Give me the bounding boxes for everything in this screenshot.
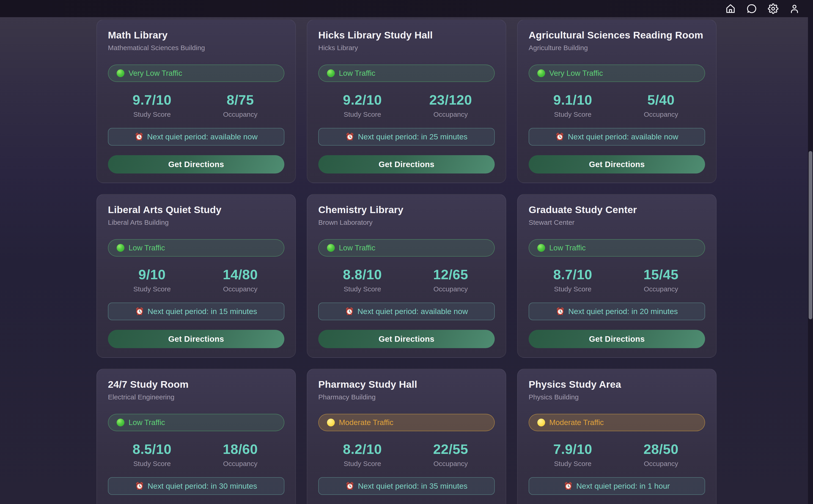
- stats-row: 8.7/10 Study Score 15/45 Occupancy: [529, 267, 705, 293]
- occupancy-value: 15/45: [617, 267, 705, 282]
- stats-row: 9/10 Study Score 14/80 Occupancy: [108, 267, 284, 293]
- occupancy-stat: 12/65 Occupancy: [406, 267, 495, 293]
- study-space-card: Agricultural Sciences Reading Room Agric…: [517, 19, 717, 183]
- alarm-clock-icon: [135, 132, 143, 141]
- stats-row: 9.2/10 Study Score 23/120 Occupancy: [318, 92, 495, 118]
- traffic-badge: Low Traffic: [108, 239, 284, 257]
- stats-row: 7.9/10 Study Score 28/50 Occupancy: [529, 441, 705, 468]
- occupancy-label: Occupancy: [406, 460, 495, 468]
- quiet-period-text: Next quiet period: in 15 minutes: [147, 307, 257, 316]
- space-name: Chemistry Library: [318, 204, 495, 215]
- stats-row: 9.1/10 Study Score 5/40 Occupancy: [529, 92, 705, 118]
- quiet-period-banner: Next quiet period: in 15 minutes: [108, 303, 284, 320]
- study-score-label: Study Score: [318, 460, 406, 468]
- traffic-badge: Very Low Traffic: [108, 65, 284, 82]
- quiet-period-banner: Next quiet period: available now: [529, 128, 705, 146]
- occupancy-stat: 23/120 Occupancy: [406, 92, 495, 118]
- study-space-card: Math Library Mathematical Sciences Build…: [96, 19, 296, 183]
- get-directions-button[interactable]: Get Directions: [108, 330, 284, 348]
- occupancy-value: 22/55: [406, 441, 495, 457]
- study-score-value: 8.2/10: [318, 441, 406, 457]
- study-score-label: Study Score: [529, 285, 617, 293]
- occupancy-stat: 22/55 Occupancy: [406, 441, 495, 468]
- traffic-label: Moderate Traffic: [339, 418, 393, 427]
- scrollbar-thumb[interactable]: [809, 151, 812, 319]
- quiet-period-banner: Next quiet period: available now: [318, 303, 495, 320]
- building-name: Brown Laboratory: [318, 219, 495, 226]
- quiet-period-banner: Next quiet period: in 1 hour: [529, 477, 705, 495]
- alarm-clock-icon: [555, 132, 564, 141]
- study-score-value: 8.5/10: [108, 441, 196, 457]
- traffic-dot-icon: [117, 244, 124, 252]
- occupancy-stat: 5/40 Occupancy: [617, 92, 705, 118]
- study-space-card: Physics Study Area Physics Building Mode…: [517, 369, 717, 504]
- study-space-card: Graduate Study Center Stewart Center Low…: [517, 194, 717, 358]
- get-directions-button[interactable]: Get Directions: [108, 155, 284, 173]
- study-score-label: Study Score: [108, 460, 196, 468]
- space-name: Graduate Study Center: [529, 204, 705, 215]
- quiet-period-text: Next quiet period: available now: [358, 307, 468, 316]
- occupancy-label: Occupancy: [617, 285, 705, 293]
- get-directions-button[interactable]: Get Directions: [529, 155, 705, 173]
- study-score-stat: 7.9/10 Study Score: [529, 441, 617, 468]
- traffic-badge: Low Traffic: [529, 239, 705, 257]
- alarm-clock-icon: [135, 307, 144, 316]
- profile-icon[interactable]: [789, 3, 800, 14]
- stats-row: 8.5/10 Study Score 18/60 Occupancy: [108, 441, 284, 468]
- study-space-card: Chemistry Library Brown Laboratory Low T…: [307, 194, 506, 358]
- alarm-clock-icon: [564, 482, 572, 490]
- study-space-card: Pharmacy Study Hall Pharmacy Building Mo…: [307, 369, 506, 504]
- home-icon[interactable]: [725, 3, 736, 14]
- occupancy-value: 12/65: [406, 267, 495, 282]
- study-score-label: Study Score: [529, 111, 617, 118]
- get-directions-button[interactable]: Get Directions: [318, 330, 495, 348]
- occupancy-stat: 18/60 Occupancy: [196, 441, 284, 468]
- space-name: Pharmacy Study Hall: [318, 379, 495, 390]
- traffic-dot-icon: [117, 69, 124, 77]
- occupancy-label: Occupancy: [196, 285, 284, 293]
- traffic-badge: Low Traffic: [318, 239, 495, 257]
- space-name: 24/7 Study Room: [108, 379, 284, 390]
- traffic-dot-icon: [537, 69, 545, 77]
- study-score-label: Study Score: [529, 460, 617, 468]
- study-score-stat: 9/10 Study Score: [108, 267, 196, 293]
- study-space-card: Liberal Arts Quiet Study Liberal Arts Bu…: [96, 194, 296, 358]
- study-score-value: 8.8/10: [318, 267, 406, 282]
- study-score-stat: 9.2/10 Study Score: [318, 92, 406, 118]
- study-score-value: 9/10: [108, 267, 196, 282]
- occupancy-value: 18/60: [196, 441, 284, 457]
- quiet-period-banner: Next quiet period: in 35 minutes: [318, 477, 495, 495]
- traffic-badge: Low Traffic: [108, 414, 284, 431]
- chat-icon[interactable]: [747, 3, 757, 14]
- traffic-dot-icon: [537, 244, 545, 252]
- occupancy-stat: 8/75 Occupancy: [196, 92, 284, 118]
- alarm-clock-icon: [346, 482, 354, 490]
- get-directions-button[interactable]: Get Directions: [318, 155, 495, 173]
- traffic-dot-icon: [117, 419, 124, 426]
- study-space-card: Hicks Library Study Hall Hicks Library L…: [307, 19, 506, 183]
- study-score-stat: 9.7/10 Study Score: [108, 92, 196, 118]
- space-name: Math Library: [108, 30, 284, 41]
- alarm-clock-icon: [135, 482, 144, 490]
- quiet-period-text: Next quiet period: in 25 minutes: [358, 132, 467, 141]
- quiet-period-banner: Next quiet period: in 25 minutes: [318, 128, 495, 146]
- study-score-label: Study Score: [108, 111, 196, 118]
- quiet-period-text: Next quiet period: available now: [147, 132, 258, 141]
- building-name: Hicks Library: [318, 44, 495, 52]
- occupancy-value: 23/120: [406, 92, 495, 108]
- building-name: Electrical Engineering: [108, 393, 284, 401]
- settings-gear-icon[interactable]: [768, 3, 778, 14]
- traffic-badge: Moderate Traffic: [318, 414, 495, 431]
- traffic-label: Low Traffic: [128, 418, 165, 427]
- quiet-period-text: Next quiet period: in 35 minutes: [358, 482, 467, 490]
- traffic-label: Moderate Traffic: [549, 418, 604, 427]
- quiet-period-banner: Next quiet period: in 30 minutes: [108, 477, 284, 495]
- stats-row: 8.2/10 Study Score 22/55 Occupancy: [318, 441, 495, 468]
- traffic-badge: Low Traffic: [318, 65, 495, 82]
- space-name: Physics Study Area: [529, 379, 705, 390]
- study-score-value: 9.2/10: [318, 92, 406, 108]
- get-directions-button[interactable]: Get Directions: [529, 330, 705, 348]
- top-bar: [0, 0, 813, 17]
- traffic-label: Low Traffic: [549, 244, 586, 252]
- traffic-label: Low Traffic: [339, 244, 375, 252]
